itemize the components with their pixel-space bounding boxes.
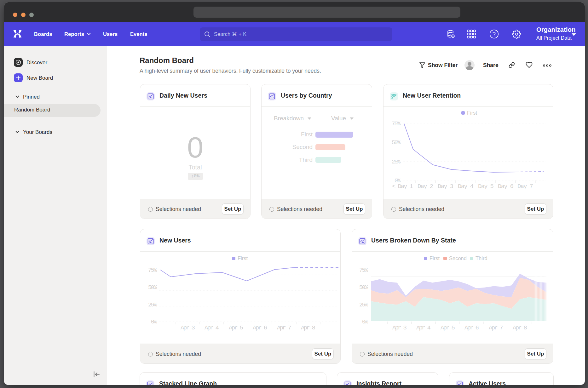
svg-text:25%: 25% — [392, 159, 401, 165]
svg-text:50%: 50% — [148, 284, 157, 291]
svg-text:Apr 5: Apr 5 — [441, 324, 455, 331]
svg-text:Apr 7: Apr 7 — [489, 324, 503, 331]
svg-text:25%: 25% — [148, 302, 157, 308]
svg-text:0%: 0% — [362, 319, 368, 325]
svg-text:< Day 1: < Day 1 — [392, 183, 413, 190]
svg-text:0%: 0% — [151, 319, 157, 325]
svg-text:Apr 4: Apr 4 — [205, 324, 219, 331]
svg-text:Apr 8: Apr 8 — [301, 324, 315, 331]
svg-text:Day 5: Day 5 — [478, 183, 494, 190]
svg-text:Day 6: Day 6 — [498, 183, 514, 190]
svg-text:Day 2: Day 2 — [418, 183, 433, 190]
svg-text:Day 3: Day 3 — [438, 183, 453, 190]
svg-text:75%: 75% — [392, 121, 401, 127]
svg-text:Apr 6: Apr 6 — [253, 324, 267, 331]
svg-text:Apr 6: Apr 6 — [464, 324, 479, 331]
svg-text:Apr 8: Apr 8 — [513, 324, 527, 331]
svg-text:Apr 3: Apr 3 — [181, 324, 195, 331]
svg-text:Day 7: Day 7 — [517, 183, 533, 190]
svg-text:50%: 50% — [392, 140, 401, 146]
svg-text:75%: 75% — [359, 267, 368, 273]
svg-text:25%: 25% — [359, 302, 368, 308]
svg-text:Apr 3: Apr 3 — [392, 324, 407, 331]
svg-text:Apr 5: Apr 5 — [229, 324, 243, 331]
svg-text:50%: 50% — [359, 284, 368, 291]
svg-text:Apr 7: Apr 7 — [277, 324, 291, 331]
svg-text:75%: 75% — [148, 267, 157, 273]
svg-text:Day 4: Day 4 — [458, 183, 474, 190]
svg-text:Apr 4: Apr 4 — [416, 324, 431, 331]
